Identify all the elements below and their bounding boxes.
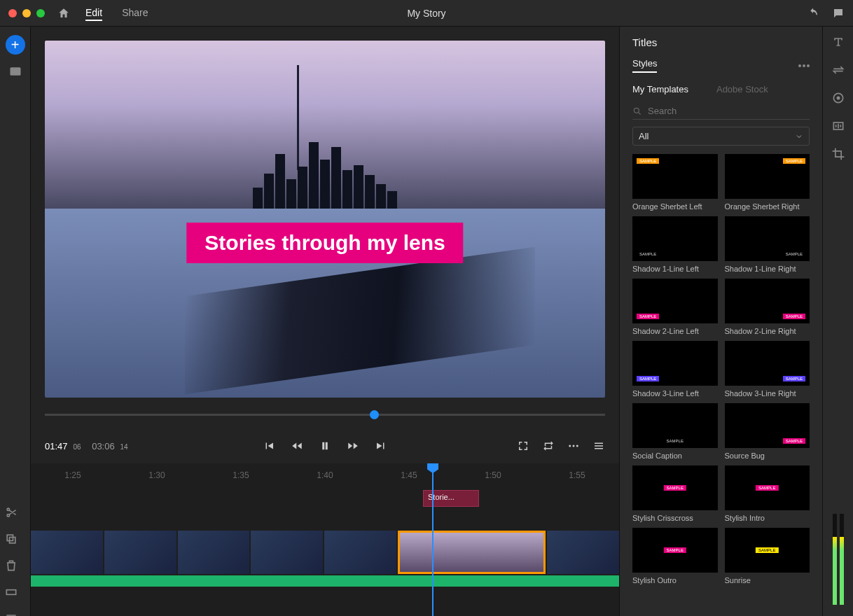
maximize-window[interactable]	[36, 9, 45, 18]
template-card[interactable]: SAMPLESunrise	[725, 528, 810, 584]
clip[interactable]	[104, 531, 176, 574]
center-area: Stories through my lens 01:47 06 03:06 1…	[31, 27, 619, 616]
template-label: Source Bug	[725, 451, 810, 460]
clip[interactable]	[178, 531, 250, 574]
more-icon[interactable]	[567, 440, 580, 452]
ruler-mark: 1:30	[148, 470, 165, 480]
skip-forward-icon[interactable]	[375, 440, 387, 452]
tab-adobe-stock[interactable]: Adobe Stock	[716, 84, 768, 94]
audio-track[interactable]	[31, 575, 619, 587]
playback-controls: 01:47 06 03:06 14	[31, 428, 619, 463]
mode-tabs: Edit Share	[85, 6, 148, 21]
scissors-icon[interactable]	[4, 505, 18, 519]
template-card[interactable]: SAMPLEStylish Intro	[725, 465, 810, 522]
clip-selected[interactable]	[398, 531, 546, 574]
template-card[interactable]: SAMPLEShadow 3-Line Right	[725, 341, 810, 398]
titlebar: Edit Share My Story	[0, 0, 853, 27]
template-card[interactable]: SAMPLESocial Caption	[632, 403, 718, 460]
video-preview[interactable]: Stories through my lens	[45, 41, 605, 398]
search-field[interactable]	[632, 103, 810, 120]
tab-share[interactable]: Share	[122, 6, 148, 21]
template-card[interactable]: SAMPLESource Bug	[725, 403, 810, 460]
title-overlay[interactable]: Stories through my lens	[186, 223, 463, 263]
template-card[interactable]: SAMPLEOrange Sherbet Right	[725, 154, 810, 211]
svg-point-2	[573, 445, 575, 447]
playhead[interactable]	[432, 463, 434, 616]
undo-icon[interactable]	[807, 7, 819, 20]
svg-point-12	[836, 97, 840, 100]
skip-back-icon[interactable]	[263, 440, 275, 452]
template-label: Stylish Crisscross	[632, 514, 718, 522]
template-card[interactable]: SAMPLEShadow 2-Line Left	[632, 279, 718, 335]
minimize-window[interactable]	[22, 9, 31, 18]
panel-more-icon[interactable]	[798, 64, 810, 67]
clip[interactable]	[31, 531, 103, 574]
clip-track	[31, 531, 619, 574]
svg-point-10	[634, 108, 639, 113]
title-clip[interactable]: Storie...	[423, 490, 479, 507]
forward-icon[interactable]	[347, 440, 359, 452]
progress-bar[interactable]	[31, 400, 619, 428]
playhead-dot[interactable]	[370, 410, 379, 419]
template-label: Stylish Outro	[632, 576, 718, 584]
chevron-down-icon	[795, 132, 803, 141]
template-card[interactable]: SAMPLEOrange Sherbet Left	[632, 154, 718, 211]
template-label: Orange Sherbet Left	[632, 202, 718, 211]
add-button[interactable]: +	[6, 35, 25, 55]
clip[interactable]	[251, 531, 323, 574]
template-label: Shadow 2-Line Right	[725, 327, 810, 335]
text-tool-icon[interactable]	[831, 35, 845, 49]
audio-meters	[833, 514, 844, 605]
crop-icon[interactable]	[831, 147, 845, 161]
svg-rect-5	[10, 538, 15, 543]
color-icon[interactable]	[831, 91, 845, 105]
fullscreen-icon[interactable]	[517, 440, 529, 452]
template-label: Sunrise	[725, 576, 810, 584]
svg-rect-0	[10, 67, 20, 76]
search-input[interactable]	[648, 106, 810, 116]
template-label: Shadow 1-Line Right	[725, 265, 810, 273]
list-icon[interactable]	[592, 440, 605, 452]
comment-icon[interactable]	[832, 7, 845, 20]
search-icon	[632, 106, 642, 116]
timecode: 01:47 06 03:06 14	[45, 441, 128, 451]
template-card[interactable]: SAMPLEShadow 1-Line Left	[632, 216, 718, 273]
clip[interactable]	[547, 531, 619, 574]
template-card[interactable]: SAMPLEStylish Outro	[632, 528, 718, 584]
panel-subtab[interactable]: Styles	[632, 58, 657, 73]
template-label: Shadow 1-Line Left	[632, 265, 718, 273]
template-card[interactable]: SAMPLEStylish Crisscross	[632, 465, 718, 522]
filter-dropdown[interactable]: All	[632, 127, 810, 146]
transform-icon[interactable]	[831, 63, 845, 77]
copy-icon[interactable]	[4, 532, 18, 546]
tab-edit[interactable]: Edit	[85, 6, 102, 21]
rewind-icon[interactable]	[291, 440, 303, 452]
home-icon[interactable]	[57, 7, 70, 20]
loop-icon[interactable]	[542, 440, 555, 452]
template-card[interactable]: SAMPLEShadow 1-Line Right	[725, 216, 810, 273]
timeline[interactable]: 1:251:301:351:401:451:501:55 Storie...	[31, 463, 619, 616]
audio-icon[interactable]	[831, 119, 845, 133]
template-label: Social Caption	[632, 451, 718, 460]
svg-point-1	[569, 445, 571, 447]
template-label: Shadow 3-Line Right	[725, 389, 810, 398]
ruler-mark: 1:45	[401, 470, 417, 480]
pause-icon[interactable]	[319, 440, 331, 452]
close-window[interactable]	[8, 9, 17, 18]
project-icon[interactable]	[8, 64, 22, 78]
trash-icon[interactable]	[4, 559, 18, 573]
panel-header: Titles	[620, 36, 822, 58]
template-label: Shadow 3-Line Left	[632, 389, 718, 398]
tab-my-templates[interactable]: My Templates	[632, 84, 688, 94]
template-card[interactable]: SAMPLEShadow 3-Line Left	[632, 341, 718, 398]
track-list-icon[interactable]	[4, 612, 18, 616]
ruler-mark: 1:50	[485, 470, 501, 480]
template-card[interactable]: SAMPLEShadow 2-Line Right	[725, 279, 810, 335]
far-right-toolbar	[822, 27, 853, 616]
clip[interactable]	[324, 531, 396, 574]
document-title: My Story	[407, 8, 445, 19]
svg-point-9	[807, 64, 810, 67]
time-ruler: 1:251:301:351:401:451:501:55	[31, 466, 619, 484]
track-add-icon[interactable]	[4, 585, 18, 599]
svg-point-8	[803, 64, 805, 67]
